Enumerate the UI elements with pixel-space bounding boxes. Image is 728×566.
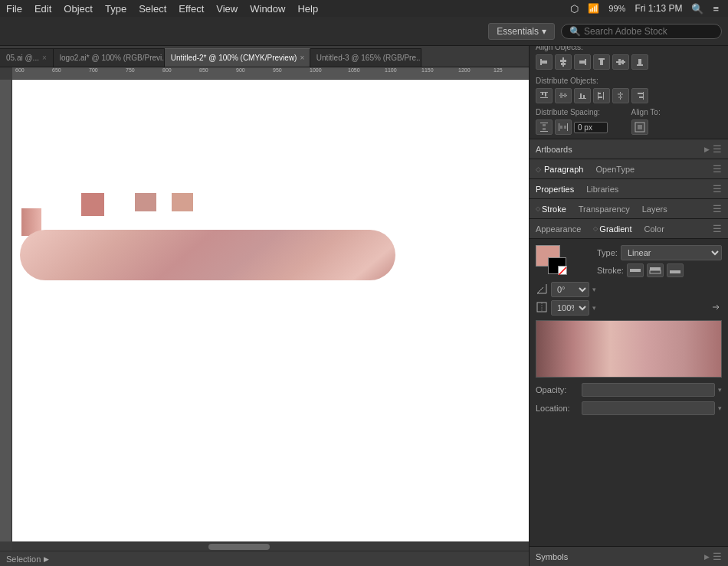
stroke-swatch[interactable] [548, 257, 566, 274]
opacity-arrow[interactable]: ▾ [718, 386, 722, 394]
type-label: Type: [597, 248, 618, 257]
dist-bottom-btn[interactable] [574, 88, 591, 103]
menu-type[interactable]: Type [105, 3, 126, 15]
aspect-icon [536, 301, 548, 315]
dist-left-btn[interactable] [593, 88, 610, 103]
menu-view[interactable]: View [216, 3, 238, 15]
tab-3[interactable]: Untitled-2* @ 100% (CMYK/Preview) × [165, 48, 310, 67]
artboards-header[interactable]: Artboards ▶ ☰ [530, 139, 728, 159]
essentials-button[interactable]: Essentials ▾ [488, 23, 555, 40]
search-input[interactable] [584, 26, 707, 37]
aspect-select[interactable]: 100% [551, 300, 589, 316]
vertical-ruler [0, 80, 12, 541]
stroke-icon-1[interactable] [627, 263, 644, 277]
menu-object[interactable]: Object [64, 3, 93, 15]
menu-effect[interactable]: Effect [179, 3, 204, 15]
stroke-icon-3[interactable] [667, 263, 684, 277]
shape-pill[interactable] [20, 230, 395, 280]
gradient-type-select[interactable]: Linear Radial [621, 245, 722, 260]
align-to-btn[interactable] [631, 119, 648, 135]
tab-1-label: 05.ai @... [6, 54, 39, 62]
tab-color[interactable]: Color [638, 221, 671, 237]
properties-menu-icon[interactable]: ☰ [707, 179, 728, 198]
scrollbar-horizontal[interactable] [12, 541, 529, 551]
svg-rect-30 [618, 97, 622, 98]
location-row: Location: ▾ [530, 399, 728, 417]
stroke-icon-2[interactable] [647, 263, 664, 277]
tab-1-close[interactable]: × [42, 54, 47, 62]
right-panel: Transform Align Pathfinder ☰ Align Objec… [529, 17, 728, 566]
location-input[interactable] [582, 401, 715, 415]
menu-edit[interactable]: Edit [34, 3, 51, 15]
svg-rect-37 [543, 128, 546, 130]
no-color-indicator [558, 266, 567, 275]
opacity-input[interactable] [582, 383, 715, 397]
gradient-content: Type: Linear Radial Stroke: [530, 239, 728, 420]
tab-4[interactable]: Untitled-3 @ 165% (RGB/Pre... × [310, 48, 421, 67]
svg-rect-19 [560, 93, 562, 98]
properties-section: Properties Libraries ☰ [530, 179, 728, 199]
svg-rect-17 [540, 97, 548, 98]
tab-stroke[interactable]: ◇ Stroke [530, 201, 572, 218]
dist-h-center-btn[interactable] [612, 88, 629, 103]
canvas-area: 600 650 700 750 800 850 900 950 1000 105… [0, 67, 529, 551]
tab-properties[interactable]: Properties [530, 181, 580, 198]
dist-space-h-btn[interactable] [555, 119, 572, 135]
tab-libraries[interactable]: Libraries [580, 181, 625, 198]
search-icon: 🔍 [569, 26, 581, 37]
align-left-edge-btn[interactable] [536, 54, 553, 70]
scrollbar-thumb-h[interactable] [208, 544, 270, 550]
menu-help[interactable]: Help [297, 3, 318, 15]
align-top-edge-btn[interactable] [593, 54, 610, 70]
artboard[interactable] [12, 80, 529, 541]
artboards-menu-icon[interactable]: ☰ [713, 143, 722, 155]
align-bottom-edge-btn[interactable] [631, 54, 648, 70]
dist-space-v-btn[interactable] [536, 119, 553, 135]
svg-rect-1 [542, 61, 547, 64]
menu-window[interactable]: Window [250, 3, 285, 15]
svg-rect-21 [579, 98, 586, 99]
location-arrow[interactable]: ▾ [718, 404, 722, 412]
reverse-icon[interactable] [710, 301, 722, 315]
align-right-edge-btn[interactable] [574, 54, 591, 70]
svg-rect-33 [639, 97, 643, 98]
control-strip-icon[interactable]: ≡ [713, 3, 719, 15]
svg-rect-12 [637, 64, 643, 66]
tab-layers[interactable]: Layers [636, 201, 674, 218]
adobe-stock-search[interactable]: 🔍 [561, 24, 722, 39]
svg-rect-5 [585, 59, 586, 65]
paragraph-menu-icon[interactable]: ☰ [707, 159, 728, 178]
svg-rect-14 [540, 92, 548, 93]
tab-3-close[interactable]: × [300, 54, 304, 62]
symbols-menu-icon[interactable]: ☰ [713, 551, 722, 562]
svg-rect-38 [559, 123, 559, 131]
tab-appearance[interactable]: Appearance [530, 221, 587, 237]
status-arrow[interactable]: ▶ [44, 555, 49, 563]
align-v-center-btn[interactable] [612, 54, 629, 70]
symbols-bar[interactable]: Symbols ▶ ☰ [530, 546, 728, 566]
distribute-spacing-input[interactable] [574, 122, 608, 133]
tab-transparency[interactable]: Transparency [572, 201, 636, 218]
symbols-label: Symbols [536, 552, 568, 561]
svg-rect-25 [598, 93, 601, 94]
tab-paragraph[interactable]: ◇ Paragraph [530, 161, 589, 178]
dist-right-btn[interactable] [631, 88, 648, 103]
gradient-bar-container[interactable] [536, 320, 722, 378]
properties-header: Properties Libraries ☰ [530, 179, 728, 198]
tab-gradient[interactable]: ◇ Gradient [587, 221, 638, 237]
menu-select[interactable]: Select [139, 3, 166, 15]
tab-opentype[interactable]: OpenType [589, 161, 641, 178]
dist-top-btn[interactable] [536, 88, 553, 103]
angle-select[interactable]: 0° 90° 180° [551, 282, 589, 297]
menu-file[interactable]: File [6, 3, 22, 15]
wifi-icon: 📶 [588, 3, 599, 14]
tab-2[interactable]: logo2.ai* @ 100% (RGB/Previ... × [54, 48, 165, 67]
tab-1[interactable]: 05.ai @... × [0, 48, 54, 67]
align-h-center-btn[interactable] [555, 54, 572, 70]
stroke-menu-icon[interactable]: ☰ [707, 199, 728, 218]
appearance-menu-icon[interactable]: ☰ [707, 219, 728, 238]
svg-rect-22 [580, 93, 582, 98]
search-icon[interactable]: 🔍 [691, 3, 703, 15]
dist-v-center-btn[interactable] [555, 88, 572, 103]
svg-rect-39 [567, 123, 568, 131]
